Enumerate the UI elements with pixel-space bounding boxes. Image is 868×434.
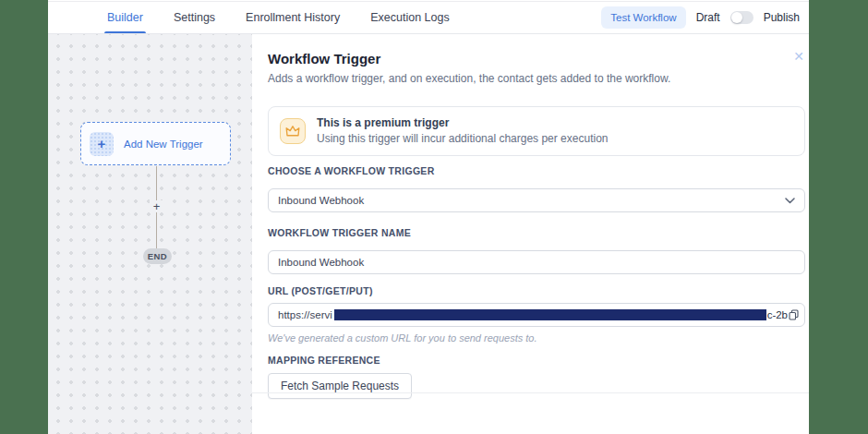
url-prefix-text: https://servi <box>278 309 332 320</box>
workflow-canvas[interactable]: + Add New Trigger + END <box>48 34 252 434</box>
url-label: URL (POST/GET/PUT) <box>268 285 805 296</box>
premium-banner-subtitle: Using this trigger will incur additional… <box>317 131 609 146</box>
fetch-sample-requests-button[interactable]: Fetch Sample Requests <box>268 373 412 399</box>
top-navigation-bar: Builder Settings Enrollment History Exec… <box>48 2 809 34</box>
url-suffix-text: c-2b <box>767 309 788 320</box>
premium-banner-text: This is a premium trigger Using this tri… <box>317 116 609 146</box>
trigger-config-panel: Workflow Trigger ✕ Adds a workflow trigg… <box>252 34 809 434</box>
panel-bottom-divider <box>252 392 809 393</box>
plus-icon: + <box>90 132 114 156</box>
tab-settings[interactable]: Settings <box>174 2 215 33</box>
main-content: + Add New Trigger + END Workflow Trigger… <box>48 34 809 434</box>
toggle-knob <box>731 12 742 23</box>
panel-header: Workflow Trigger ✕ <box>268 51 805 66</box>
draft-label: Draft <box>696 11 720 24</box>
mapping-reference-label: MAPPING REFERENCE <box>268 355 805 366</box>
add-new-trigger-button[interactable]: + Add New Trigger <box>80 122 231 165</box>
publish-toggle[interactable] <box>730 11 753 24</box>
tab-bar: Builder Settings Enrollment History Exec… <box>107 2 450 33</box>
add-new-trigger-label: Add New Trigger <box>124 139 203 150</box>
end-node: END <box>143 248 172 264</box>
close-icon[interactable]: ✕ <box>793 50 804 63</box>
crown-icon <box>280 118 306 144</box>
trigger-name-input[interactable]: Inbound Webhook <box>268 250 805 274</box>
tab-enrollment-history[interactable]: Enrollment History <box>246 2 340 33</box>
trigger-name-label: WORKFLOW TRIGGER NAME <box>268 227 805 238</box>
header-actions: Test Workflow Draft Publish <box>601 2 800 33</box>
trigger-type-select[interactable]: Inbound Webhook <box>268 188 805 212</box>
tab-builder[interactable]: Builder <box>107 2 143 33</box>
premium-banner-title: This is a premium trigger <box>317 116 609 130</box>
chevron-down-icon <box>785 198 795 204</box>
panel-subtitle: Adds a workflow trigger, and on executio… <box>268 72 805 86</box>
workflow-builder-window: Builder Settings Enrollment History Exec… <box>48 0 809 434</box>
panel-title: Workflow Trigger <box>268 51 805 66</box>
premium-trigger-banner: This is a premium trigger Using this tri… <box>268 106 805 156</box>
copy-icon[interactable] <box>789 309 799 320</box>
url-helper-text: We've generated a custom URL for you to … <box>268 332 805 344</box>
trigger-type-value: Inbound Webhook <box>278 195 364 206</box>
trigger-name-value: Inbound Webhook <box>278 257 795 268</box>
tab-execution-logs[interactable]: Execution Logs <box>370 2 449 33</box>
choose-trigger-label: CHOOSE A WORKFLOW TRIGGER <box>268 165 805 176</box>
url-redaction-bar <box>334 309 766 320</box>
publish-label: Publish <box>764 11 800 24</box>
add-step-plus-icon[interactable]: + <box>150 200 163 212</box>
test-workflow-button[interactable]: Test Workflow <box>601 6 685 29</box>
webhook-url-input[interactable]: https://servi c-2b <box>268 303 805 327</box>
